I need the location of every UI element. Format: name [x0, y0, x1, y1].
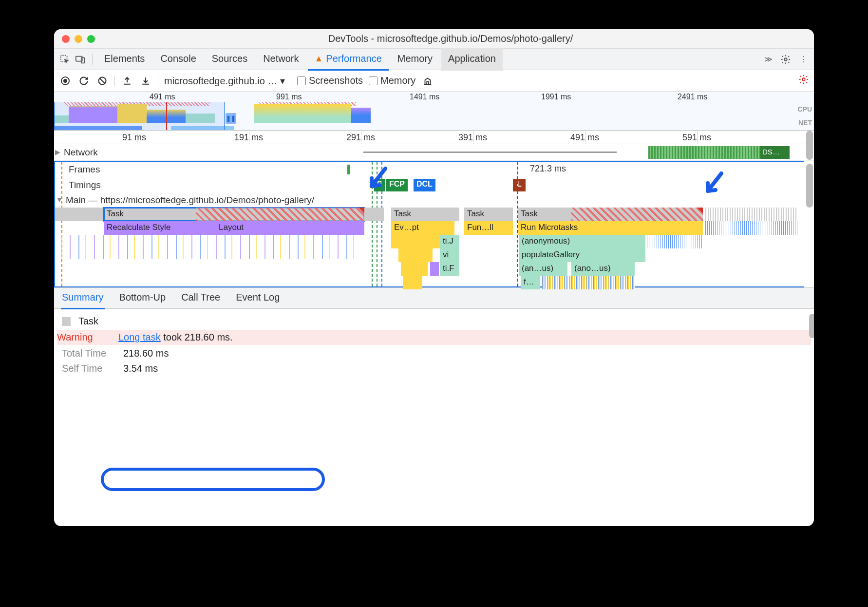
flame-bar[interactable]	[705, 221, 798, 235]
kebab-icon[interactable]: ⋮	[796, 53, 810, 66]
flame-anus1[interactable]: (an…us)	[519, 262, 567, 276]
ov-tick: 1991 ms	[541, 93, 571, 101]
dtab-summary[interactable]: Summary	[61, 287, 105, 309]
dcl-badge[interactable]: DCL	[414, 179, 435, 191]
frame-marker[interactable]	[347, 165, 350, 174]
more-tabs-icon[interactable]: ≫	[761, 53, 775, 66]
collect-garbage-icon[interactable]	[421, 75, 434, 87]
flame-vi[interactable]: vi	[440, 248, 459, 262]
frames-label: Frames	[55, 164, 100, 175]
panel-tabs: Elements Console Sources Network ▲Perfor…	[54, 49, 814, 70]
tab-network[interactable]: Network	[256, 48, 305, 71]
flame-popgal[interactable]: populateGallery	[519, 248, 645, 262]
tab-performance[interactable]: ▲Performance	[308, 48, 389, 71]
flame-chart[interactable]: Frames 721.3 ms Timings P FCP DCL L ▼ Ma…	[54, 161, 804, 287]
flame-bar[interactable]	[542, 276, 635, 289]
flame-func[interactable]: Fun…ll	[464, 221, 513, 235]
svg-point-5	[63, 79, 67, 83]
cpu-label: CPU	[797, 105, 812, 113]
total-time-row: Total Time 218.60 ms	[62, 346, 806, 361]
titlebar: DevTools - microsoftedge.github.io/Demos…	[54, 29, 814, 49]
clear-button[interactable]	[96, 75, 109, 87]
network-track[interactable]: ▶ Network DS…	[54, 144, 814, 161]
svg-point-3	[784, 58, 787, 61]
overview-handle[interactable]: ❚❚	[226, 113, 236, 124]
tab-application[interactable]: Application	[441, 48, 503, 71]
flame-bar[interactable]	[398, 248, 433, 262]
inspect-icon[interactable]	[58, 53, 72, 66]
memory-checkbox[interactable]: Memory	[369, 75, 415, 86]
svg-line-7	[99, 78, 105, 84]
flame-f[interactable]: f…	[521, 276, 540, 289]
flame-bar[interactable]	[401, 262, 428, 276]
task-bar[interactable]	[364, 208, 384, 221]
flame-tij[interactable]: ti.J	[440, 235, 459, 248]
task-bar[interactable]: Task	[518, 208, 703, 221]
record-button[interactable]	[59, 75, 72, 87]
ov-tick: 491 ms	[150, 93, 175, 101]
flame-bar[interactable]	[430, 262, 439, 276]
ov-tick: 1491 ms	[410, 93, 439, 101]
flame-tif[interactable]: ti.F	[440, 262, 459, 276]
dtab-eventlog[interactable]: Event Log	[235, 287, 281, 309]
main-label: Main — https://microsoftedge.github.io/D…	[55, 195, 314, 206]
recording-url[interactable]: microsoftedge.github.io … ▾	[164, 75, 285, 87]
network-bar[interactable]: DS…	[760, 146, 790, 159]
selected-task-bar[interactable]: Task	[104, 208, 364, 221]
net-label: NET	[798, 119, 812, 127]
flame-detail[interactable]	[55, 235, 362, 259]
annotation-arrow	[703, 171, 724, 201]
task-bar[interactable]: Task	[391, 208, 459, 221]
long-task-link[interactable]: Long task	[118, 332, 161, 342]
dtab-bottomup[interactable]: Bottom-Up	[118, 287, 167, 309]
task-bar[interactable]	[55, 208, 104, 221]
overview-selection[interactable]	[54, 102, 225, 130]
tab-console[interactable]: Console	[153, 48, 203, 71]
flame-layout[interactable]: Layout	[216, 221, 364, 235]
overview-panel[interactable]: 491 ms 991 ms 1491 ms 1991 ms 2491 ms ❚❚…	[54, 92, 814, 131]
flame-bar[interactable]	[391, 235, 440, 248]
scrollbar-thumb[interactable]	[806, 164, 813, 208]
flame-event[interactable]: Ev…pt	[391, 221, 454, 235]
download-icon[interactable]	[139, 75, 152, 87]
warning-row: Warning Long task took 218.60 ms.	[57, 330, 811, 345]
fcp-badge[interactable]: FCP	[386, 179, 408, 191]
task-bar[interactable]	[705, 208, 798, 221]
timings-label: Timings	[55, 180, 101, 190]
tab-sources[interactable]: Sources	[205, 48, 254, 71]
window-controls	[62, 35, 95, 43]
upload-icon[interactable]	[121, 75, 133, 87]
maximize-button[interactable]	[87, 35, 95, 43]
annotation-callout	[101, 468, 325, 491]
timeline-ruler: 91 ms 191 ms 291 ms 391 ms 491 ms 591 ms	[54, 131, 814, 144]
ov-tick: 2491 ms	[678, 93, 707, 101]
flame-anus2[interactable]: (ano…us)	[571, 262, 635, 276]
color-swatch	[62, 317, 71, 326]
tab-elements[interactable]: Elements	[97, 48, 151, 71]
flame-bar[interactable]	[647, 235, 703, 248]
detail-tabs: Summary Bottom-Up Call Tree Event Log	[54, 287, 814, 309]
window-title: DevTools - microsoftedge.github.io/Demos…	[95, 33, 806, 44]
device-toggle-icon[interactable]	[74, 53, 87, 66]
minimize-button[interactable]	[75, 35, 82, 43]
dtab-calltree[interactable]: Call Tree	[180, 287, 221, 309]
tab-memory[interactable]: Memory	[391, 48, 439, 71]
task-bar[interactable]: Task	[464, 208, 513, 221]
flame-microtasks[interactable]: Run Microtasks	[518, 221, 703, 235]
reload-record-button[interactable]	[77, 75, 90, 87]
perf-settings-icon[interactable]	[798, 74, 809, 88]
screenshots-checkbox[interactable]: Screenshots	[297, 75, 363, 86]
settings-icon[interactable]	[779, 53, 793, 66]
perf-toolbar: microsoftedge.github.io … ▾ Screenshots …	[54, 70, 814, 92]
self-time-row: Self Time 3.54 ms	[62, 361, 806, 376]
scrollbar-thumb[interactable]	[809, 314, 814, 338]
warning-icon: ▲	[315, 54, 323, 64]
l-badge[interactable]: L	[513, 179, 526, 191]
scrollbar-thumb[interactable]	[806, 131, 813, 160]
close-button[interactable]	[62, 35, 70, 43]
flame-anon[interactable]: (anonymous)	[519, 235, 645, 248]
annotation-arrow	[367, 167, 388, 196]
flame-bar[interactable]	[403, 276, 422, 289]
timing-value: 721.3 ms	[530, 164, 566, 174]
flame-recalc[interactable]: Recalculate Style	[104, 221, 216, 235]
